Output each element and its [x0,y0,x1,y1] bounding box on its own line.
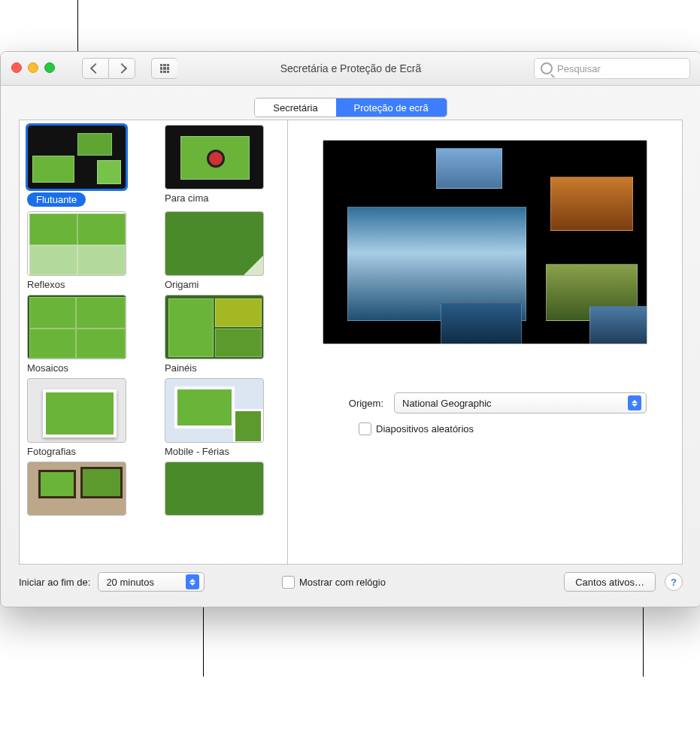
random-slides-row: Diapositivos aleatórios [288,422,682,435]
start-after-value: 20 minutos [106,577,154,588]
screensaver-label: Mobile - Férias [165,446,280,457]
show-clock-label: Mostrar com relógio [299,577,386,588]
start-after-popup[interactable]: 20 minutos [98,572,205,592]
start-after-group: Iniciar ao fim de: 20 minutos [19,572,205,592]
screensaver-item-fotografias[interactable]: Fotografias [27,378,142,457]
screensaver-label: Para cima [165,192,280,204]
screensaver-item-paineis[interactable]: Painéis [165,295,280,374]
search-input[interactable]: Pesquisar [534,58,690,79]
source-popup[interactable]: National Geographic [394,392,647,413]
screensaver-item-flutuante[interactable]: Flutuante [27,125,142,207]
show-clock-group: Mostrar com relógio [282,576,386,589]
source-label: Origem: [323,398,383,409]
screensaver-item-extra-2[interactable] [165,462,280,516]
thumb-paineis [165,295,264,359]
preferences-window: Secretária e Proteção de Ecrã Pesquisar … [0,51,700,607]
thumb-flutuante [27,125,126,189]
search-placeholder: Pesquisar [557,63,601,74]
popup-arrows-icon [628,395,641,410]
search-icon [541,62,553,74]
thumb-para-cima [165,125,264,189]
thumb-fotografias [27,378,126,443]
back-button[interactable] [82,58,108,79]
zoom-icon[interactable] [44,62,55,73]
source-row: Origem: National Geographic [323,392,647,413]
help-button[interactable]: ? [665,573,683,591]
screensaver-label: Flutuante [27,192,86,207]
screensaver-label: Fotografias [27,446,142,457]
thumb-extra-2 [165,462,264,516]
callout-line-2 [203,601,204,677]
minimize-icon[interactable] [28,62,38,73]
help-icon: ? [671,577,677,588]
screensaver-item-reflexos[interactable]: Reflexos [27,211,142,290]
popup-arrows-icon [186,574,199,589]
window-traffic-lights [11,62,55,73]
titlebar: Secretária e Proteção de Ecrã Pesquisar [1,52,700,86]
screensaver-label: Mosaicos [27,362,142,374]
preview-pane: Origem: National Geographic Diapositivos… [288,120,683,565]
content-area: Flutuante Para cima [19,120,683,565]
chevron-right-icon [117,63,127,74]
show-clock-checkbox[interactable] [282,576,295,589]
screensaver-item-para-cima[interactable]: Para cima [165,125,280,207]
footer-bar: Iniciar ao fim de: 20 minutos Mostrar co… [19,571,683,593]
thumb-mobile-ferias [165,378,264,443]
screensaver-list[interactable]: Flutuante Para cima [19,120,288,565]
screensaver-item-origami[interactable]: Origami [165,211,280,290]
close-icon[interactable] [11,62,22,73]
source-value: National Geographic [402,398,492,409]
screensaver-label: Reflexos [27,279,142,290]
thumb-reflexos [27,211,126,276]
callout-line-1 [77,0,78,54]
thumb-origami [165,211,264,276]
chevron-left-icon [90,63,101,74]
tab-desktop[interactable]: Secretária [255,98,335,117]
thumb-mosaicos [27,295,126,359]
tab-bar: Secretária Proteção de ecrã [1,98,700,117]
start-after-label: Iniciar ao fim de: [19,577,90,588]
screensaver-item-extra-1[interactable] [27,462,142,516]
screensaver-item-mosaicos[interactable]: Mosaicos [27,295,142,374]
hot-corners-button[interactable]: Cantos ativos… [564,572,656,592]
screensaver-item-mobile-ferias[interactable]: Mobile - Férias [165,378,280,457]
forward-button[interactable] [108,58,135,79]
nav-buttons [82,58,135,79]
screensaver-preview [323,140,647,344]
screensaver-label: Painéis [165,362,280,374]
screensaver-label: Origami [165,279,280,290]
footer-right-group: Cantos ativos… ? [564,572,683,592]
tab-screensaver[interactable]: Proteção de ecrã [336,98,447,117]
random-slides-label: Diapositivos aleatórios [376,423,474,435]
grid-icon [160,64,169,73]
thumb-extra-1 [27,462,126,516]
show-all-button[interactable] [151,58,177,79]
random-slides-checkbox[interactable] [359,422,371,435]
hot-corners-label: Cantos ativos… [575,577,644,588]
